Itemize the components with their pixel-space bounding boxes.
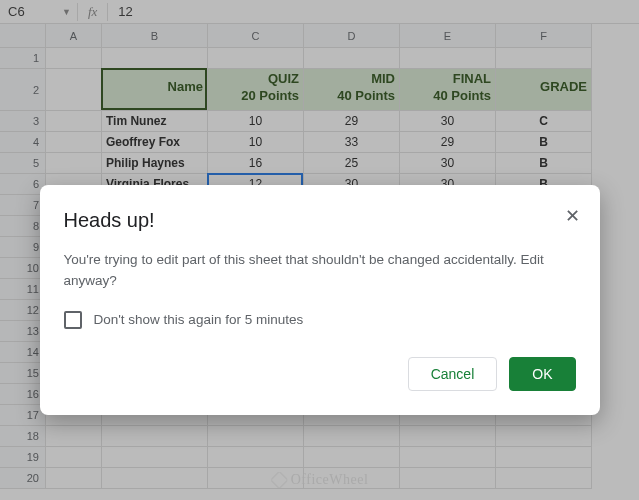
ok-button[interactable]: OK — [509, 357, 575, 391]
checkbox[interactable] — [64, 311, 82, 329]
modal-overlay: Heads up! ✕ You're trying to edit part o… — [0, 0, 639, 500]
protected-range-dialog: Heads up! ✕ You're trying to edit part o… — [40, 185, 600, 415]
dialog-actions: Cancel OK — [64, 357, 576, 391]
checkbox-label: Don't show this again for 5 minutes — [94, 312, 304, 327]
dialog-title: Heads up! — [64, 209, 576, 232]
checkbox-row[interactable]: Don't show this again for 5 minutes — [64, 311, 576, 329]
cancel-button[interactable]: Cancel — [408, 357, 498, 391]
dialog-message: You're trying to edit part of this sheet… — [64, 250, 576, 291]
watermark: OfficeWheel — [271, 472, 369, 488]
svg-rect-0 — [271, 472, 287, 488]
logo-icon — [271, 472, 287, 488]
close-icon[interactable]: ✕ — [565, 205, 580, 227]
